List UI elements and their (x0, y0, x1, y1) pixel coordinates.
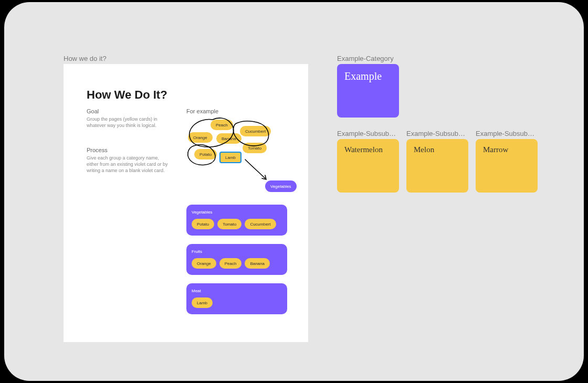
card-potato[interactable]: Potato (194, 149, 217, 159)
example-subcategory-label-2: Example-Subsubcategory (406, 130, 468, 137)
card-peach[interactable]: Peach (211, 120, 233, 130)
arrow-icon (242, 157, 274, 184)
process-text: Give each group a category name, either … (87, 155, 171, 174)
card-title: Watermelon (344, 145, 392, 154)
subcard-watermelon[interactable]: Watermelon (337, 139, 399, 193)
card-orange[interactable]: Orange (192, 258, 216, 269)
card-banana[interactable]: Banana (216, 133, 242, 144)
process-heading: Process (87, 147, 108, 153)
group-title: Vegetables (192, 210, 282, 215)
example-category-card[interactable]: Example (337, 64, 399, 118)
example-category-label: Example-Category (337, 55, 394, 62)
card-potato[interactable]: Potato (192, 219, 214, 229)
card-cucumbert[interactable]: Cucumbert (240, 126, 271, 136)
doc-frame-label: How we do it? (64, 55, 107, 62)
card-cucumbert[interactable]: Cucumbert (245, 219, 276, 229)
category-tag-vegetables[interactable]: Vegetables (265, 180, 297, 192)
card-title: Example (344, 70, 392, 82)
card-lamb-selected[interactable]: Lamb (220, 152, 241, 163)
card-peach[interactable]: Peach (219, 258, 242, 269)
group-box-fruits[interactable]: Fruits Orange Peach Banana (186, 244, 287, 275)
instructions-document[interactable]: How We Do It? Goal Group the pages (yell… (64, 64, 308, 342)
canvas-stage[interactable]: How we do it? How We Do It? Goal Group t… (4, 2, 584, 381)
card-orange[interactable]: Orange (188, 132, 213, 143)
example-heading: For example (186, 108, 218, 114)
example-subcategory-label-1: Example-Subsubcategory (337, 130, 399, 137)
card-banana[interactable]: Banana (245, 258, 270, 269)
goal-heading: Goal (87, 108, 99, 114)
group-box-meat[interactable]: Meat Lamb (186, 283, 287, 314)
group-title: Meat (192, 289, 282, 293)
group-box-vegetables[interactable]: Vegetables Potato Tomato Cucumbert (186, 205, 287, 236)
example-subcategory-label-3: Example-Subsubcategory (476, 130, 538, 137)
card-title: Melon (414, 145, 461, 154)
card-title: Marrow (483, 145, 530, 154)
card-lamb[interactable]: Lamb (192, 297, 213, 308)
subcard-marrow[interactable]: Marrow (476, 139, 538, 193)
card-tomato[interactable]: Tomato (243, 143, 267, 153)
goal-text: Group the pages (yellow cards) in whatev… (87, 116, 171, 129)
doc-title: How We Do It? (87, 88, 167, 102)
group-title: Fruits (192, 249, 282, 254)
card-tomato[interactable]: Tomato (217, 219, 242, 229)
subcard-melon[interactable]: Melon (406, 139, 468, 193)
